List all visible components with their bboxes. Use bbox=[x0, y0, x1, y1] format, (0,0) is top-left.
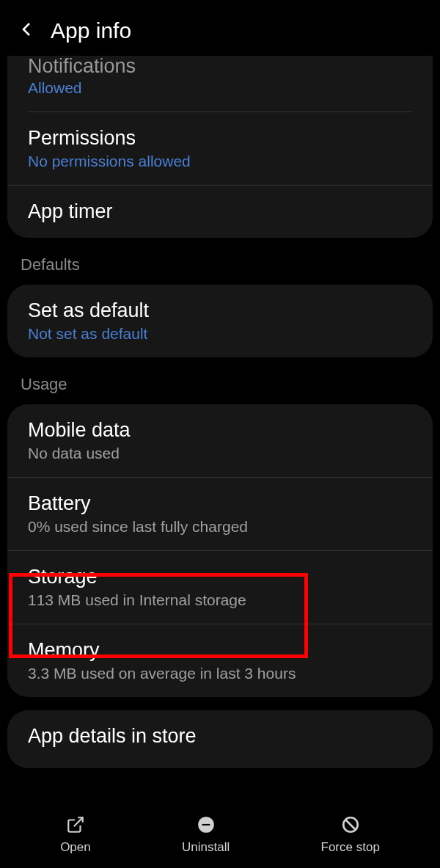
row-battery[interactable]: Battery 0% used since last fully charged bbox=[7, 478, 433, 551]
section-usage: Usage bbox=[0, 371, 440, 404]
page-title: App info bbox=[51, 18, 131, 43]
permissions-title: Permissions bbox=[28, 127, 412, 150]
row-storage[interactable]: Storage 113 MB used in Internal storage bbox=[7, 551, 433, 624]
card-app-details: App details in store bbox=[7, 710, 433, 768]
card-defaults: Set as default Not set as default bbox=[7, 285, 433, 357]
app-timer-title: App timer bbox=[28, 200, 412, 223]
uninstall-label: Uninstall bbox=[182, 840, 230, 855]
card-usage: Mobile data No data used Battery 0% used… bbox=[7, 404, 433, 697]
memory-sub: 3.3 MB used on average in last 3 hours bbox=[28, 665, 412, 682]
uninstall-button[interactable]: Uninstall bbox=[182, 815, 230, 855]
open-icon bbox=[66, 815, 85, 834]
row-set-default[interactable]: Set as default Not set as default bbox=[7, 285, 433, 357]
force-stop-label: Force stop bbox=[321, 840, 380, 855]
battery-title: Battery bbox=[28, 492, 412, 515]
force-stop-button[interactable]: Force stop bbox=[321, 815, 380, 855]
row-memory[interactable]: Memory 3.3 MB used on average in last 3 … bbox=[7, 624, 433, 697]
bottom-bar: Open Uninstall Force stop bbox=[0, 802, 440, 868]
storage-title: Storage bbox=[28, 566, 412, 588]
mobile-data-sub: No data used bbox=[28, 445, 412, 462]
memory-title: Memory bbox=[28, 639, 412, 662]
back-icon[interactable] bbox=[18, 21, 36, 41]
notifications-title: Notifications bbox=[28, 56, 412, 76]
svg-line-0 bbox=[74, 817, 83, 826]
storage-sub: 113 MB used in Internal storage bbox=[28, 591, 412, 609]
row-mobile-data[interactable]: Mobile data No data used bbox=[7, 404, 433, 478]
row-permissions[interactable]: Permissions No permissions allowed bbox=[7, 112, 433, 186]
svg-line-4 bbox=[345, 820, 355, 830]
app-details-title: App details in store bbox=[28, 725, 412, 748]
row-app-details[interactable]: App details in store bbox=[7, 710, 433, 768]
card-app-settings: Notifications Allowed Permissions No per… bbox=[7, 56, 433, 238]
permissions-sub: No permissions allowed bbox=[28, 153, 412, 170]
row-app-timer[interactable]: App timer bbox=[7, 186, 433, 238]
open-button[interactable]: Open bbox=[60, 815, 91, 855]
minus-circle-icon bbox=[197, 815, 216, 834]
open-label: Open bbox=[60, 840, 91, 855]
battery-sub: 0% used since last fully charged bbox=[28, 518, 412, 536]
notifications-sub: Allowed bbox=[28, 79, 412, 112]
set-default-sub: Not set as default bbox=[28, 325, 412, 343]
set-default-title: Set as default bbox=[28, 299, 412, 322]
section-defaults: Defaults bbox=[0, 251, 440, 285]
mobile-data-title: Mobile data bbox=[28, 419, 412, 442]
svg-rect-2 bbox=[202, 824, 210, 825]
header: App info bbox=[0, 0, 440, 58]
row-notifications[interactable]: Notifications Allowed bbox=[7, 56, 433, 112]
prohibit-icon bbox=[341, 815, 360, 834]
